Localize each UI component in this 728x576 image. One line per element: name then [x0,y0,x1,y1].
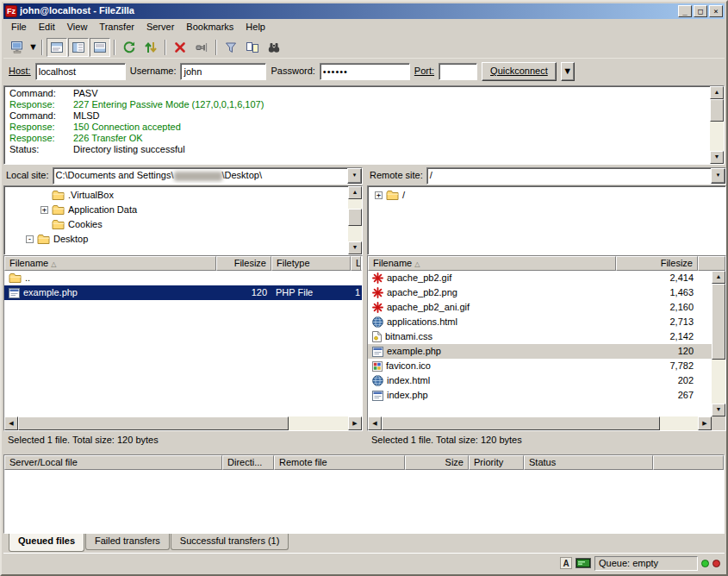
cancel-button[interactable] [170,38,190,57]
column-header-filename[interactable]: Filename [4,256,216,271]
site-manager-button[interactable] [7,38,28,57]
scroll-up-button[interactable] [710,86,724,99]
scrollbar-track[interactable] [18,416,348,430]
column-header-filesize[interactable]: Filesize [616,256,698,271]
local-tree-scrollbar[interactable] [348,186,362,254]
password-input[interactable] [320,63,410,80]
menu-item-help[interactable]: Help [240,19,271,35]
disconnect-button[interactable] [191,38,212,57]
tab-queued-files[interactable]: Queued files [9,534,84,552]
file-row[interactable]: example.php120 [368,344,712,359]
file-name: favicon.ico [386,360,431,372]
local-site-dropdown[interactable] [347,168,362,184]
maximize-button[interactable]: □ [694,5,707,17]
tree-item[interactable]: +Application Data [4,203,348,217]
column-header-l[interactable]: L [351,256,361,271]
column-header-status[interactable]: Status [524,455,653,470]
port-input[interactable] [439,63,477,80]
log-scrollbar[interactable] [710,86,724,164]
scroll-right-button[interactable] [348,416,362,430]
menu-item-view[interactable]: View [61,19,94,35]
scrollbar-thumb[interactable] [18,416,289,430]
quickconnect-dropdown[interactable] [561,62,575,81]
scroll-up-button[interactable] [348,186,362,199]
menu-item-file[interactable]: File [5,19,33,35]
scrollbar-track[interactable] [382,416,698,430]
site-manager-dropdown[interactable] [28,38,38,57]
scroll-right-button[interactable] [698,416,712,430]
compare-button[interactable] [242,38,263,57]
scrollbar-track[interactable] [348,199,362,241]
filezilla-window: Fz john@localhost - FileZilla _ □ × File… [0,0,728,576]
scrollbar-track[interactable] [712,284,725,404]
minimize-button[interactable]: _ [678,5,692,17]
tree-item[interactable]: +/ [368,188,725,203]
menu-item-edit[interactable]: Edit [33,19,61,35]
column-header-filetype[interactable]: Filetype [271,256,351,271]
column-header-priority[interactable]: Priority [469,455,524,470]
collapse-icon[interactable]: - [26,235,34,243]
remote-hscrollbar[interactable] [368,416,712,430]
local-site-combo[interactable]: C:\Documents and Settings\\Desktop\ [53,167,363,185]
expand-icon[interactable]: + [375,191,383,199]
scroll-left-button[interactable] [368,416,382,430]
scroll-down-button[interactable] [348,241,362,254]
column-header-filename[interactable]: Filename [368,256,616,271]
scrollbar-thumb[interactable] [710,99,724,122]
tab-failed-transfers[interactable]: Failed transfers [85,534,170,550]
file-row[interactable]: example.php120PHP File1 [4,285,362,300]
tab-successful-transfers-1[interactable]: Successful transfers (1) [171,534,289,550]
file-row[interactable]: apache_pb2_ani.gif2,160 [368,300,712,315]
menu-item-server[interactable]: Server [140,19,180,35]
column-header-size[interactable]: Size [405,455,469,470]
local-list-header: FilenameFilesizeFiletypeL [4,256,362,271]
file-row[interactable]: apache_pb2.png1,463 [368,285,712,300]
toggle-message-log-button[interactable] [47,38,67,57]
scroll-down-button[interactable] [710,151,724,164]
file-row[interactable]: .. [4,271,362,285]
file-row[interactable]: applications.html2,713 [368,315,712,329]
column-header-server-local-file[interactable]: Server/Local file [4,455,222,470]
file-row[interactable]: index.html202 [368,373,712,388]
close-button[interactable]: × [709,5,723,17]
host-input[interactable] [35,63,126,80]
scroll-left-button[interactable] [4,416,18,430]
column-header-filesize[interactable]: Filesize [216,256,271,271]
column-header-remote-file[interactable]: Remote file [274,455,405,470]
title-bar[interactable]: Fz john@localhost - FileZilla _ □ × [3,3,725,19]
scrollbar-track[interactable] [710,99,724,151]
scroll-up-button[interactable] [712,271,725,284]
remote-vscrollbar[interactable] [712,271,725,416]
menu-item-transfer[interactable]: Transfer [93,19,140,35]
local-file-list: FilenameFilesizeFiletypeL ..example.php1… [3,255,363,431]
scrollbar-thumb[interactable] [382,416,660,430]
scrollbar-thumb[interactable] [348,209,362,226]
scrollbar-thumb[interactable] [712,284,725,360]
column-header-label: Filename [9,258,48,269]
find-button[interactable] [264,38,284,57]
tree-item[interactable]: .VirtualBox [4,188,348,203]
file-row[interactable]: index.php267 [368,388,712,403]
menu-item-bookmarks[interactable]: Bookmarks [180,19,240,35]
filter-button[interactable] [221,38,241,57]
menu-bar: FileEditViewTransferServerBookmarksHelp [3,19,725,36]
remote-site-dropdown[interactable] [711,168,725,184]
file-row[interactable]: apache_pb2.gif2,414 [368,271,712,285]
process-queue-button[interactable] [140,38,161,57]
toggle-transfer-queue-button[interactable] [90,38,110,57]
tree-item[interactable]: -Desktop [4,232,348,247]
tree-item[interactable]: Cookies [4,217,348,232]
local-hscrollbar[interactable] [4,416,362,430]
scroll-down-button[interactable] [712,404,725,416]
username-input[interactable] [180,63,266,80]
toggle-treeviews-button[interactable] [68,38,89,57]
file-name-cell: example.php [368,344,616,359]
quickconnect-button[interactable]: Quickconnect [482,62,557,81]
refresh-button[interactable] [119,38,140,57]
expand-icon[interactable]: + [40,206,48,214]
column-header-directi[interactable]: Directi... [222,455,274,470]
file-name-cell: apache_pb2.png [368,285,616,300]
remote-site-combo[interactable]: / [426,167,726,185]
file-row[interactable]: bitnami.css2,142 [368,329,712,344]
file-row[interactable]: favicon.ico7,782 [368,359,712,373]
